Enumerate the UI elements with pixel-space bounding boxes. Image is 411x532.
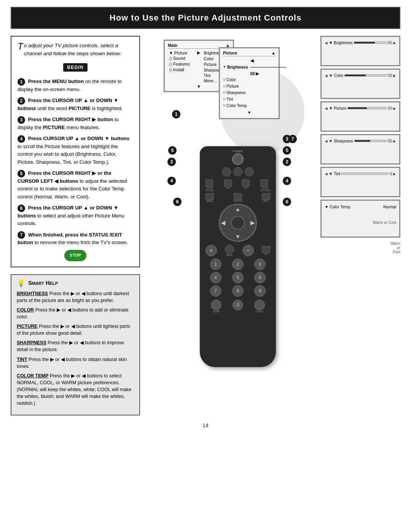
pm-brightness: ▼ Brightness ◀————————— 50 ▶ [223,58,276,77]
adj-screen-brightness: ◀ ▼ Brightness 65 ▶ [320,36,400,66]
num-8-btn[interactable]: 8 [232,285,244,297]
pm-picture: ◇ Picture [223,83,276,89]
remote-control: POWER AUTOSOUND [200,146,276,367]
nav-down-arrow[interactable]: ▼ [235,233,241,240]
remote-area: Main ▲ ▼ Picture ▶ Brightness ◇ Sound Co… [164,40,293,306]
nav-right-arrow[interactable]: ▶ [250,220,255,226]
cc-btn[interactable] [242,179,250,187]
sleep-btn[interactable] [211,300,221,310]
smart-help-title: 💡 Smart Help [17,279,134,287]
colortemp-value: Normal [383,204,396,209]
sh-tint: TINT Press the ▶ or ◀ buttons to obtain … [17,356,134,370]
sharpness-fill [355,140,371,142]
auto-sound-label: AUTOSOUND [206,187,214,192]
nav-center-btn[interactable] [231,216,245,230]
page-number: 14 [0,422,411,428]
num-9-btn[interactable]: 9 [254,285,266,297]
adj-screen-sharpness: ◀ ▼ Sharpness 50 ▶ [320,134,400,165]
tint-right-arrow[interactable]: ▶ [393,172,396,176]
picture-right-arrow[interactable]: ▶ [393,106,396,110]
num-4-btn[interactable]: 4 [210,272,221,283]
color-temp-display: ▼ Color Temp. Normal [325,204,396,209]
zero-btn[interactable]: 0 [233,300,243,310]
color-slider-row: ◀ ▼ Color 50 ▶ [325,73,396,78]
color-left-arrow[interactable]: ◀ [325,73,328,78]
tint-track [341,173,389,175]
sh-colortemp: COLOR TEMP Press the ▶ or ◀ buttons to s… [17,372,134,407]
exit-btn[interactable] [262,193,270,200]
brightness-right-arrow[interactable]: ▶ [393,41,396,45]
power-button[interactable] [232,153,244,165]
clock-btn[interactable] [254,300,265,310]
menu-label: MENU [206,200,214,202]
vol-plus-btn[interactable]: + [206,245,217,256]
step-1: 1 Press the MENU button on the remote to… [18,78,133,93]
status-btn[interactable] [234,193,242,200]
menu-btn[interactable] [206,193,214,200]
brightness-label: ▼ Brightness [329,40,353,45]
color-right-arrow[interactable]: ▶ [393,73,396,78]
sharpness-left-arrow[interactable]: ◀ [325,139,328,143]
vol-minus-btn[interactable]: − [242,245,254,256]
step-3-num: 3 [18,116,25,124]
pm-tint: ◇ Tint [223,96,276,102]
step-overlay-5-l: 5 [168,146,177,155]
status-label: STATUS [234,200,242,202]
step-4: 4 Press CURSOR UP ▲ or DOWN ▼ buttons to… [18,135,133,166]
nav-up-arrow[interactable]: ▲ [235,206,241,212]
step-6: 6 Press the CURSOR UP ▲ or DOWN ▼ button… [18,204,133,227]
color-fill [345,75,365,76]
step-3: 3 Press the CURSOR RIGHT ▶ button to dis… [18,116,133,131]
color-label: ▼ Color [329,73,343,78]
tint-label: ▼ Tint [329,171,340,176]
brightness-left-arrow[interactable]: ◀ [325,41,328,45]
tint-left-arrow[interactable]: ◀ [325,172,328,176]
warm-cool-label: WarmorCool [320,241,400,254]
menu-item-install: ◇ Install [168,67,196,73]
picture-fill [348,107,367,109]
nav-left-arrow[interactable]: ◀ [221,220,225,226]
brightness-fill [354,42,375,43]
num-3-btn[interactable]: 3 [254,259,266,270]
page-title: How to Use the Picture Adjustment Contro… [110,13,301,22]
step-1-num: 1 [18,78,25,86]
picture-submenu-down-arrow: ▼ [247,110,251,115]
main-menu-title: Main [168,43,177,48]
picture-value: 50 [388,106,392,110]
step-4-num: 4 [18,135,25,143]
step-7: 7 When finished, press the STATUS /EXIT … [18,231,133,247]
top-btn-1[interactable] [222,167,231,176]
pm-colortemp: ◇ Color Temp. [223,102,276,109]
step-2: 2 Press the CURSOR UP ▲ or DOWN ▼ button… [18,97,133,112]
mute-btn[interactable] [225,245,234,254]
right-column: ◀ ▼ Brightness 65 ▶ ◀ ▼ Color 50 ▶ [317,36,400,415]
num-2-btn[interactable]: 2 [232,259,244,270]
adj-screen-tint: ◀ ▼ Tint 0 ▶ [320,167,400,197]
ch-btn[interactable] [262,246,270,253]
step-5-num: 5 [18,170,25,177]
picture-left-arrow[interactable]: ◀ [325,106,328,110]
sleep-label: SLEEP [211,310,221,313]
auto-sound-btn[interactable] [206,179,213,187]
num-6-btn[interactable]: 6 [254,272,266,283]
av-btn[interactable] [224,179,232,187]
auto-picture-btn[interactable] [260,179,268,187]
num-7-btn[interactable]: 7 [210,285,221,297]
begin-badge: BEGIN [63,63,87,72]
step-overlay-6: 6 [173,198,182,206]
sharpness-value: 50 [388,139,392,143]
icon-row: AUTOSOUND AV CC AUTOPICTURE [206,179,270,192]
num-5-btn[interactable]: 5 [232,272,244,283]
top-btn-2[interactable] [233,167,242,176]
menu-item-sound: ◇ Sound [168,56,196,61]
num-1-btn[interactable]: 1 [210,259,221,270]
sharpness-right-arrow[interactable]: ▶ [393,139,396,143]
step-overlay-7: 7 [288,135,297,143]
exit-label: EXIT [262,200,270,202]
av-label: AV [224,187,232,189]
top-btn-3[interactable] [245,167,254,176]
sh-brightness: BRIGHTNESS Press the ▶ or ◀ buttons unti… [17,290,134,304]
color-temp-row: ▼ Color Temp. Normal [325,204,396,209]
page-header: How to Use the Picture Adjustment Contro… [11,7,400,29]
color-temp-options: Warm or Cool [325,220,396,225]
